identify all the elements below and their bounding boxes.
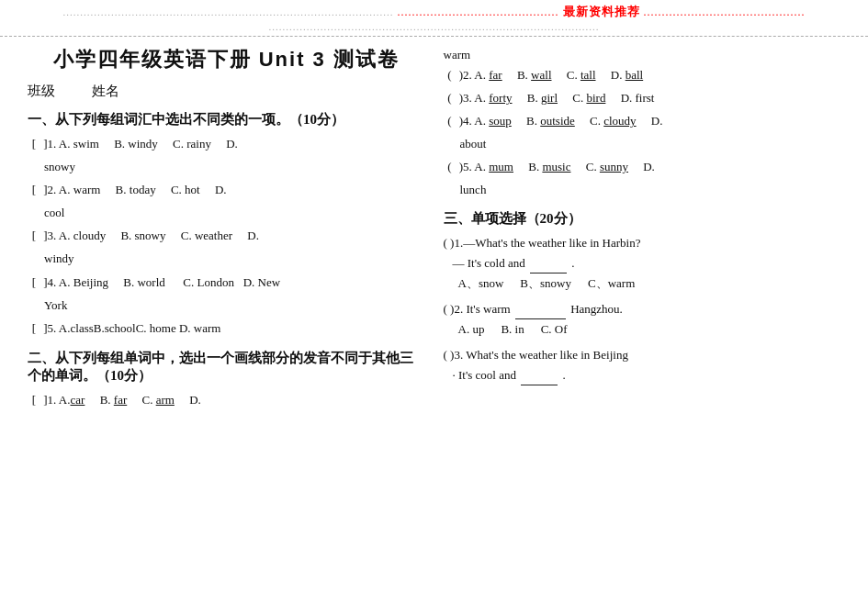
question-block-1: ( )1.—What's the weather like in Harbin?… <box>444 233 841 294</box>
class-label: 班级 <box>28 83 55 100</box>
bracket: ( <box>444 236 447 250</box>
question-answer: — It's cold and . <box>444 253 841 274</box>
question-line: ( )2. It's warm Hangzhou. <box>444 299 841 319</box>
question-block-3: ( )3. What's the weather like in Beijing… <box>444 345 841 385</box>
question-answer: · It's cool and . <box>444 365 841 385</box>
section2-title: 二、从下列每组单词中，选出一个画线部分的发音不同于其他三个的单词。（10分） <box>28 350 425 385</box>
list-item-wrap: snowy <box>28 157 425 177</box>
list-item-wrap: cool <box>28 203 425 223</box>
option-a: A、snow <box>458 274 504 294</box>
list-item: [ ]2. A. warm B. today C. hot D. <box>28 180 425 200</box>
bracket: [ <box>28 273 40 293</box>
list-item: [ ]5. A.classB.schoolC. home D. warm <box>28 318 425 339</box>
right-column: warm ( )2. A. far B. wall C. tall D. bal… <box>444 46 841 413</box>
list-item: ( )2. A. far B. wall C. tall D. ball <box>444 65 841 85</box>
section1-title: 一、从下列每组词汇中选出不同类的一项。（10分） <box>28 111 425 128</box>
bracket: [ <box>28 318 40 339</box>
option-c: C、warm <box>588 274 635 294</box>
list-item-wrap: windy <box>28 249 425 269</box>
bracket: ( <box>444 88 457 108</box>
bracket: [ <box>28 390 40 410</box>
question-options: A. up B. in C. Of <box>444 319 841 340</box>
option-b: B、snowy <box>520 274 571 294</box>
list-item: [ ]4. A. Beijing B. world C. London D. N… <box>28 273 425 293</box>
list-item: ( )5. A. mum B. music C. sunny D. <box>444 157 841 177</box>
blank <box>521 385 558 385</box>
option-a: A. up <box>458 319 485 340</box>
name-label: 姓名 <box>92 83 119 100</box>
list-item: [ ]1. A.car B. far C. arm D. <box>28 390 425 410</box>
list-item-wrap: about <box>444 134 841 154</box>
list-item-wrap: York <box>28 296 425 316</box>
list-item-wrap: lunch <box>444 180 841 200</box>
list-item: ( )3. A. forty B. girl C. bird D. first <box>444 88 841 108</box>
option-b: B. in <box>501 319 524 340</box>
bracket: [ <box>28 226 40 246</box>
bracket: ( <box>444 302 447 316</box>
list-item: [ ]3. A. cloudy B. snowy C. weather D. <box>28 226 425 246</box>
list-item: ( )4. A. soup B. outside C. cloudy D. <box>444 111 841 131</box>
question-block-2: ( )2. It's warm Hangzhou. A. up B. in C.… <box>444 299 841 340</box>
bracket: ( <box>444 65 457 85</box>
banner-dots-right: ........................................… <box>644 6 806 18</box>
question-options: A、snow B、snowy C、warm <box>444 274 841 294</box>
bracket: ( <box>444 157 457 177</box>
question-line: ( )1.—What's the weather like in Harbin? <box>444 233 841 253</box>
option-c: C. Of <box>541 319 568 340</box>
bracket: ( <box>444 348 447 362</box>
bracket: [ <box>28 134 40 154</box>
banner-text: 最新资料推荐 <box>563 5 640 18</box>
question-line: ( )3. What's the weather like in Beijing <box>444 345 841 365</box>
banner-dots-left: ........................................… <box>398 6 559 18</box>
section3-title: 三、单项选择（20分） <box>444 210 841 228</box>
warm-label: warm <box>444 48 841 62</box>
bracket: ( <box>444 111 457 131</box>
list-item: [ ]1. A. swim B. windy C. rainy D. <box>28 134 425 154</box>
left-column: 小学四年级英语下册 Unit 3 测试卷 班级 姓名 一、从下列每组词汇中选出不… <box>28 46 425 413</box>
main-title: 小学四年级英语下册 Unit 3 测试卷 <box>28 46 425 73</box>
top-banner: ........................................… <box>0 0 868 37</box>
bracket: [ <box>28 180 40 200</box>
